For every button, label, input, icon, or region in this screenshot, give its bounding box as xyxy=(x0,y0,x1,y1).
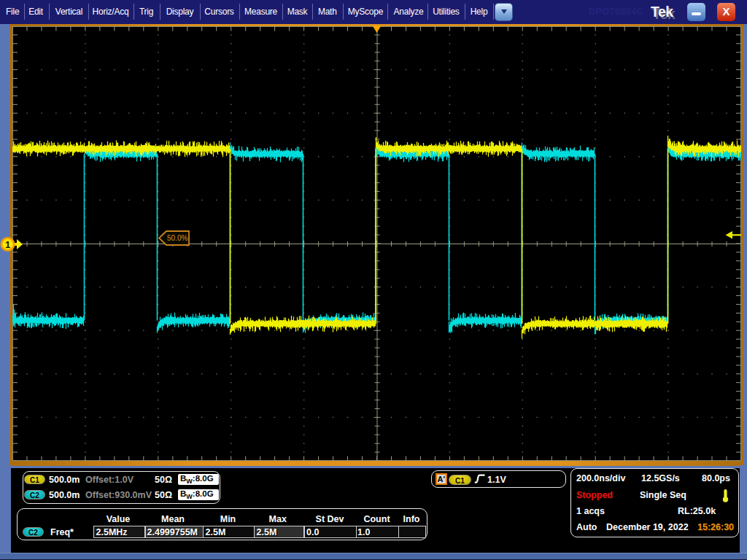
svg-text:50.0%: 50.0% xyxy=(167,234,187,242)
svg-text:1: 1 xyxy=(5,239,10,250)
